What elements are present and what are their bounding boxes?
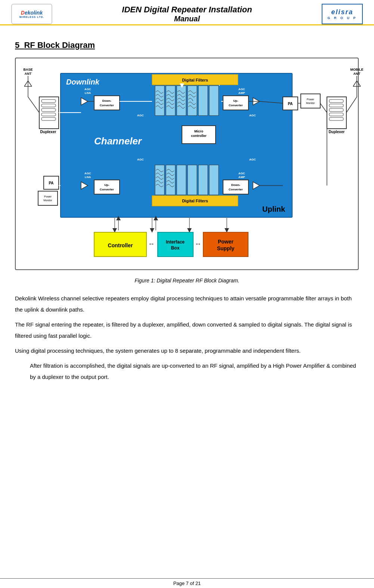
- svg-text:Duplexer: Duplexer: [40, 130, 56, 134]
- svg-line-10: [353, 81, 357, 86]
- svg-text:ANT: ANT: [353, 72, 361, 76]
- svg-text:Uplink: Uplink: [262, 205, 285, 213]
- main-content: 5 RF Block Diagram BASE ANT MOBILE ANT: [0, 25, 374, 394]
- svg-rect-55: [94, 96, 120, 110]
- svg-text:Converter: Converter: [100, 188, 114, 191]
- svg-text:Downlink: Downlink: [66, 78, 100, 86]
- svg-rect-49: [209, 165, 219, 195]
- svg-line-98: [320, 103, 327, 113]
- svg-rect-41: [188, 86, 197, 116]
- svg-text:controller: controller: [191, 134, 207, 138]
- svg-rect-46: [177, 165, 186, 195]
- svg-line-29: [346, 97, 357, 113]
- svg-text:Digital Filters: Digital Filters: [182, 78, 208, 82]
- svg-rect-43: [209, 86, 219, 116]
- svg-text:Monitor: Monitor: [43, 199, 52, 202]
- svg-text:Down-: Down-: [231, 183, 241, 187]
- body-paragraph-2: The RF signal entering the repeater, is …: [15, 319, 359, 342]
- svg-text:Down-: Down-: [102, 99, 112, 102]
- svg-text:Duplexer: Duplexer: [329, 130, 345, 134]
- svg-text:AMP: AMP: [238, 175, 245, 179]
- svg-text:AGC: AGC: [249, 114, 256, 117]
- svg-rect-47: [188, 165, 197, 195]
- svg-rect-48: [198, 165, 208, 195]
- svg-text:↔: ↔: [148, 240, 155, 248]
- svg-rect-39: [166, 86, 175, 116]
- page-footer: Page 7 of 21: [0, 578, 374, 588]
- svg-rect-40: [177, 86, 186, 116]
- body-paragraph-3: Using digital processing techniques, the…: [15, 345, 359, 356]
- svg-rect-42: [198, 86, 208, 116]
- svg-text:↔: ↔: [195, 240, 201, 248]
- svg-text:AGC: AGC: [238, 172, 245, 175]
- svg-text:AGC: AGC: [84, 172, 91, 175]
- svg-text:PA: PA: [288, 102, 293, 106]
- svg-text:MOBILE: MOBILE: [350, 68, 364, 71]
- svg-text:PA: PA: [49, 181, 53, 185]
- svg-text:LNA: LNA: [85, 91, 91, 95]
- svg-text:Up-: Up-: [104, 183, 109, 187]
- svg-rect-88: [38, 191, 58, 205]
- svg-rect-81: [223, 180, 248, 194]
- svg-rect-62: [223, 96, 248, 110]
- svg-rect-69: [301, 94, 320, 108]
- svg-text:AGC: AGC: [249, 158, 256, 161]
- svg-text:Converter: Converter: [229, 188, 243, 191]
- svg-text:Supply: Supply: [217, 245, 235, 251]
- svg-text:AMP: AMP: [238, 91, 245, 95]
- figure-caption: Figure 1: Digital Repeater RF Block Diag…: [15, 278, 359, 284]
- svg-text:Micro: Micro: [194, 129, 204, 133]
- svg-text:Monitor: Monitor: [306, 102, 315, 104]
- svg-text:AGC: AGC: [238, 88, 245, 91]
- body-paragraph-4: After filtration is accomplished, the di…: [15, 360, 359, 383]
- svg-rect-74: [94, 180, 120, 194]
- svg-rect-44: [155, 165, 164, 195]
- svg-text:BASE: BASE: [23, 68, 33, 71]
- logo-dekolink: Dekolink WIRELESS LTD.: [11, 4, 52, 24]
- svg-line-11: [357, 81, 361, 86]
- block-diagram-svg: BASE ANT MOBILE ANT Duplexer: [21, 64, 365, 262]
- section-heading: 5 RF Block Diagram: [15, 40, 359, 50]
- logo-elisra: elisra G R O U P: [322, 4, 363, 24]
- block-diagram-container: BASE ANT MOBILE ANT Duplexer: [15, 58, 359, 270]
- svg-line-5: [28, 81, 32, 86]
- svg-text:Interface: Interface: [166, 239, 185, 245]
- svg-text:Up-: Up-: [233, 99, 238, 102]
- svg-text:Power: Power: [44, 195, 52, 198]
- body-paragraph-1: Dekolink Wireless channel selective repe…: [15, 293, 359, 315]
- svg-text:Converter: Converter: [100, 104, 114, 107]
- svg-text:Channeler: Channeler: [94, 135, 142, 147]
- svg-text:ANT: ANT: [25, 72, 32, 76]
- header-title: IDEN Digital Repeater Installation Manua…: [52, 5, 322, 23]
- svg-text:Converter: Converter: [229, 104, 243, 107]
- svg-text:Digital Filters: Digital Filters: [182, 199, 208, 203]
- svg-rect-45: [166, 165, 175, 195]
- svg-text:LNA: LNA: [85, 175, 91, 179]
- svg-text:Power: Power: [307, 98, 315, 101]
- page-header: Dekolink WIRELESS LTD. IDEN Digital Repe…: [0, 0, 374, 25]
- svg-text:Controller: Controller: [108, 242, 133, 248]
- svg-text:AGC: AGC: [137, 158, 144, 161]
- svg-line-4: [24, 81, 28, 86]
- svg-line-27: [28, 97, 39, 113]
- svg-text:AGC: AGC: [84, 88, 91, 91]
- svg-text:Box: Box: [171, 245, 180, 251]
- svg-text:AGC: AGC: [137, 114, 144, 117]
- svg-text:Power: Power: [218, 239, 234, 245]
- svg-rect-38: [155, 86, 164, 116]
